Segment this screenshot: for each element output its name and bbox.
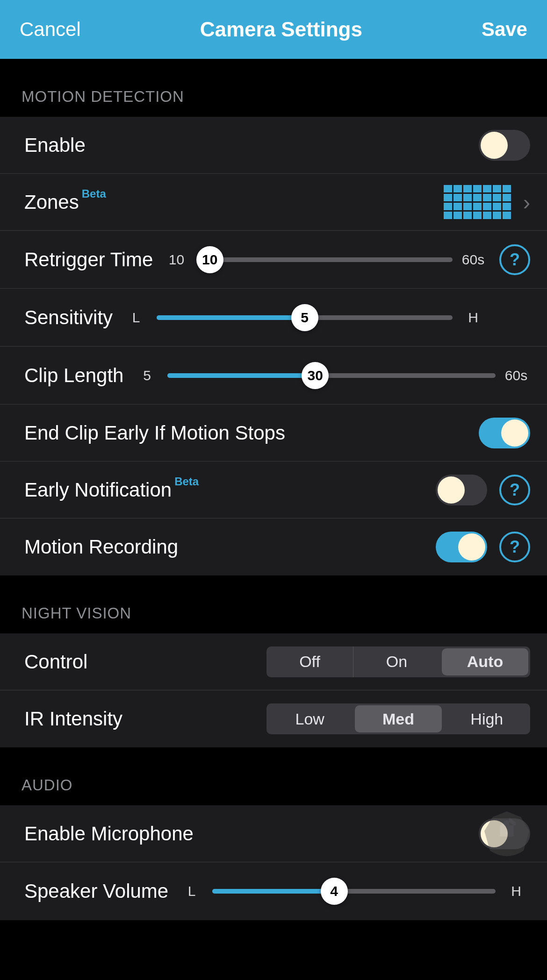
slider-max-sensitivity: H — [459, 310, 487, 326]
slider-max-cliplength: 60s — [502, 368, 530, 383]
segmented-nv-control: Off On Auto — [266, 646, 530, 677]
row-enable-mic: Enable Microphone — [0, 805, 547, 862]
label-zones: Zones — [24, 191, 79, 213]
label-mic: Enable Microphone — [24, 823, 194, 845]
section-header-motion: MOTION DETECTION — [0, 59, 547, 117]
seg-nv-auto[interactable]: Auto — [442, 648, 528, 675]
slider-max-retrigger: 60s — [459, 252, 487, 268]
label-earlynotif: Early Notification — [24, 479, 172, 501]
slider-speaker[interactable]: 4 — [212, 889, 496, 894]
page-title: Camera Settings — [200, 18, 362, 41]
label-enable: Enable — [24, 134, 86, 156]
chevron-right-icon: › — [523, 190, 530, 215]
label-ir: IR Intensity — [24, 708, 122, 730]
row-ir-intensity: IR Intensity Low Med High — [0, 690, 547, 747]
row-nv-control: Control Off On Auto — [0, 633, 547, 690]
slider-thumb-retrigger[interactable]: 10 — [196, 246, 223, 273]
slider-min-retrigger: 10 — [162, 252, 190, 268]
row-early-notification: Early Notification Beta ? — [0, 462, 547, 518]
seg-ir-low[interactable]: Low — [266, 703, 353, 734]
toggle-motionrec[interactable] — [436, 532, 487, 562]
toggle-enable[interactable] — [479, 130, 530, 161]
slider-max-speaker: H — [502, 883, 530, 899]
watermark-icon — [479, 806, 535, 862]
toggle-earlynotif[interactable] — [436, 475, 487, 505]
slider-cliplength[interactable]: 30 — [167, 373, 496, 378]
label-endclip: End Clip Early If Motion Stops — [24, 422, 285, 444]
row-enable: Enable — [0, 117, 547, 174]
label-retrigger: Retrigger Time — [24, 249, 153, 271]
row-clip-length: Clip Length 5 30 60s — [0, 347, 547, 405]
label-cliplength: Clip Length — [24, 364, 123, 387]
help-icon: ? — [510, 250, 520, 270]
row-motion-recording: Motion Recording ? — [0, 518, 547, 575]
help-icon: ? — [510, 480, 520, 500]
label-sensitivity: Sensitivity — [24, 306, 113, 329]
segmented-ir: Low Med High — [266, 703, 530, 734]
row-end-clip-early: End Clip Early If Motion Stops — [0, 405, 547, 462]
slider-min-sensitivity: L — [122, 310, 150, 326]
section-night: Control Off On Auto IR Intensity Low Med… — [0, 633, 547, 747]
label-speaker: Speaker Volume — [24, 880, 168, 902]
help-earlynotif[interactable]: ? — [499, 475, 530, 505]
row-zones[interactable]: Zones Beta › — [0, 174, 547, 231]
row-retrigger-time: Retrigger Time 10 10 60s ? — [0, 231, 547, 289]
slider-min-speaker: L — [178, 883, 206, 899]
section-header-night: NIGHT VISION — [0, 575, 547, 633]
save-button[interactable]: Save — [482, 18, 527, 41]
help-icon: ? — [510, 537, 520, 557]
badge-earlynotif-beta: Beta — [174, 475, 199, 488]
slider-retrigger[interactable]: 10 — [197, 257, 453, 262]
seg-nv-off[interactable]: Off — [266, 646, 353, 677]
row-sensitivity: Sensitivity L 5 H — [0, 289, 547, 347]
seg-ir-high[interactable]: High — [444, 703, 530, 734]
label-motionrec: Motion Recording — [24, 536, 178, 558]
toggle-endclip[interactable] — [479, 418, 530, 448]
help-retrigger[interactable]: ? — [499, 244, 530, 275]
section-motion: Enable Zones Beta › Retrigger Time 10 10… — [0, 117, 547, 575]
cancel-button[interactable]: Cancel — [20, 18, 81, 41]
slider-thumb-cliplength[interactable]: 30 — [302, 362, 329, 389]
zones-grid-icon — [444, 185, 511, 219]
badge-zones-beta: Beta — [82, 187, 106, 200]
slider-thumb-speaker[interactable]: 4 — [321, 878, 348, 905]
section-header-audio: AUDIO — [0, 747, 547, 805]
header-bar: Cancel Camera Settings Save — [0, 0, 547, 59]
label-nv-control: Control — [24, 651, 87, 673]
section-audio: Enable Microphone Speaker Volume L 4 H — [0, 805, 547, 920]
seg-nv-on[interactable]: On — [353, 646, 440, 677]
slider-sensitivity[interactable]: 5 — [157, 315, 453, 320]
seg-ir-med[interactable]: Med — [355, 705, 441, 732]
slider-min-cliplength: 5 — [133, 368, 161, 383]
slider-thumb-sensitivity[interactable]: 5 — [291, 304, 318, 331]
row-speaker-volume: Speaker Volume L 4 H — [0, 862, 547, 920]
help-motionrec[interactable]: ? — [499, 532, 530, 562]
